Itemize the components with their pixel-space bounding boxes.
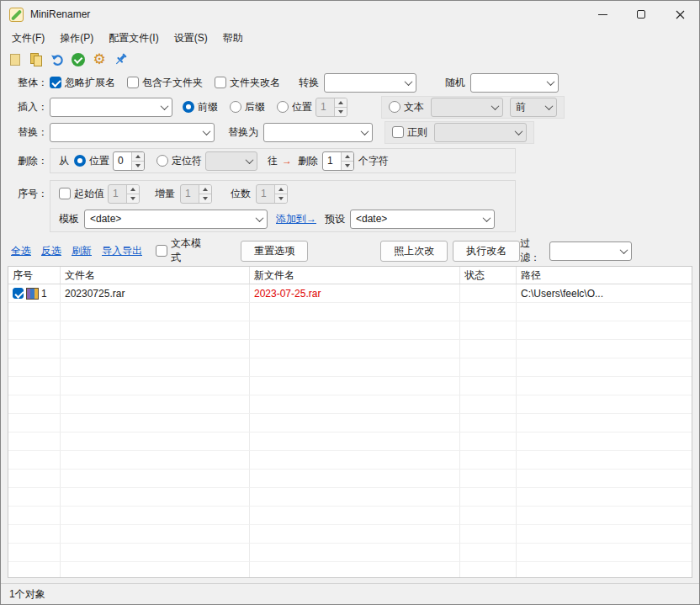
spin-down-icon[interactable] <box>132 161 144 170</box>
empty-cell <box>250 414 460 433</box>
close-button[interactable] <box>660 1 699 28</box>
empty-cell <box>517 358 692 377</box>
replace-find-combobox[interactable] <box>50 123 215 142</box>
insert-text-combobox[interactable] <box>50 98 172 117</box>
insert-text-panel: 文本 前 <box>381 96 565 119</box>
serial-digits-label: 位数 <box>231 187 251 201</box>
paste-icon[interactable] <box>8 52 23 67</box>
row-replace: 替换： 替换为 正则 <box>1 119 699 145</box>
empty-cell <box>460 470 517 488</box>
confirm-icon[interactable] <box>71 52 86 67</box>
column-header-new-filename[interactable]: 新文件名 <box>250 267 460 284</box>
empty-cell <box>460 358 517 377</box>
delete-position-spinner[interactable]: 0 <box>113 151 145 171</box>
insert-before-after-combobox[interactable]: 前 <box>510 98 557 117</box>
spin-up-icon[interactable] <box>127 185 139 194</box>
empty-cell <box>517 507 692 525</box>
spin-down-icon[interactable] <box>275 194 287 203</box>
spin-up-icon[interactable] <box>342 152 353 161</box>
include-subfolders-checkbox[interactable] <box>127 77 139 88</box>
titlebar: MiniRenamer <box>1 1 699 28</box>
column-header-status[interactable]: 状态 <box>460 267 517 284</box>
empty-cell <box>61 451 250 470</box>
delete-position-radio[interactable] <box>74 155 86 167</box>
minimize-button[interactable] <box>583 1 622 28</box>
spin-up-icon[interactable] <box>335 98 347 107</box>
undo-icon[interactable] <box>50 52 65 67</box>
table-empty-row <box>8 488 692 507</box>
import-export-link[interactable]: 导入导出 <box>102 244 142 258</box>
empty-cell <box>250 340 460 358</box>
insert-prefix-radio[interactable] <box>183 101 194 113</box>
template-preset-combobox[interactable]: <date> <box>350 210 495 229</box>
delete-locator-combobox[interactable] <box>205 151 257 171</box>
delete-count-spinner[interactable]: 1 <box>322 151 354 171</box>
delete-unit-label: 个字符 <box>358 154 389 168</box>
spin-up-icon[interactable] <box>199 185 211 194</box>
ignore-extension-checkbox[interactable] <box>50 77 61 88</box>
regex-label: 正则 <box>407 125 427 140</box>
regex-checkbox[interactable] <box>392 126 404 138</box>
insert-anchor-combobox[interactable] <box>431 98 503 117</box>
delete-direction-toggle[interactable]: → <box>282 155 292 167</box>
table-row[interactable]: 1 20230725.rar 2023-07-25.rar C:\Users\f… <box>8 284 692 303</box>
serial-start-spinner[interactable]: 1 <box>108 184 140 204</box>
empty-cell <box>460 303 517 321</box>
object-count-label: 1个对象 <box>9 587 45 602</box>
menu-profile[interactable]: 配置文件(I) <box>101 29 166 48</box>
maximize-button[interactable] <box>622 1 660 28</box>
serial-digits-spinner[interactable]: 1 <box>256 184 288 204</box>
menu-operation[interactable]: 操作(P) <box>52 29 101 48</box>
filter-combobox[interactable] <box>549 241 632 261</box>
empty-cell <box>517 562 692 578</box>
template-add-to-link[interactable]: 添加到→ <box>276 212 316 226</box>
random-combobox[interactable] <box>470 73 559 93</box>
serial-start-checkbox[interactable] <box>59 188 71 199</box>
menu-help[interactable]: 帮助 <box>215 29 251 48</box>
column-header-filename[interactable]: 文件名 <box>61 267 250 284</box>
insert-position-radio[interactable] <box>277 101 289 113</box>
insert-at-text-radio[interactable] <box>389 101 400 113</box>
chevron-down-icon <box>161 102 169 110</box>
insert-suffix-radio[interactable] <box>230 101 241 113</box>
toolbar: ⚙ <box>1 48 699 71</box>
empty-cell <box>460 395 517 414</box>
delete-from-label: 从 <box>59 154 69 168</box>
refresh-link[interactable]: 刷新 <box>72 244 92 258</box>
copy-icon[interactable] <box>29 52 44 67</box>
menu-file[interactable]: 文件(F) <box>4 29 52 48</box>
reset-options-button[interactable]: 重置选项 <box>241 241 308 262</box>
settings-gear-icon[interactable]: ⚙ <box>92 52 107 67</box>
pin-icon[interactable] <box>113 52 128 67</box>
template-row: 模板 <date> 添加到→ 预设 <date> <box>50 206 515 231</box>
column-header-index[interactable]: 序号 <box>8 267 61 284</box>
serial-step-spinner[interactable]: 1 <box>180 184 212 204</box>
select-all-link[interactable]: 全选 <box>11 244 31 258</box>
spin-down-icon[interactable] <box>127 194 139 203</box>
delete-locator-radio[interactable] <box>156 155 168 167</box>
window-controls <box>583 1 699 28</box>
insert-position-spinner[interactable]: 1 <box>316 98 347 117</box>
text-mode-checkbox[interactable] <box>156 245 167 257</box>
redo-last-button[interactable]: 照上次改 <box>380 241 448 262</box>
execute-rename-button[interactable]: 执行改名 <box>453 241 520 262</box>
empty-cell <box>517 377 692 395</box>
spin-up-icon[interactable] <box>132 152 144 161</box>
replace-with-combobox[interactable] <box>263 123 373 142</box>
spin-down-icon[interactable] <box>335 107 347 116</box>
column-header-path[interactable]: 路径 <box>517 267 692 284</box>
row-checkbox[interactable] <box>13 288 24 299</box>
delete-toward-label: 往 <box>268 154 278 168</box>
chevron-down-icon <box>620 246 628 254</box>
spin-down-icon[interactable] <box>342 161 353 170</box>
convert-combobox[interactable] <box>324 73 416 93</box>
invert-selection-link[interactable]: 反选 <box>41 244 61 258</box>
spin-down-icon[interactable] <box>199 194 211 203</box>
chevron-down-icon <box>491 102 500 110</box>
template-combobox[interactable]: <date> <box>84 210 268 229</box>
spin-up-icon[interactable] <box>275 185 287 194</box>
menu-settings[interactable]: 设置(S) <box>167 29 215 48</box>
regex-preset-combobox[interactable] <box>434 123 527 142</box>
empty-cell <box>517 303 692 321</box>
rename-folders-checkbox[interactable] <box>215 77 226 88</box>
